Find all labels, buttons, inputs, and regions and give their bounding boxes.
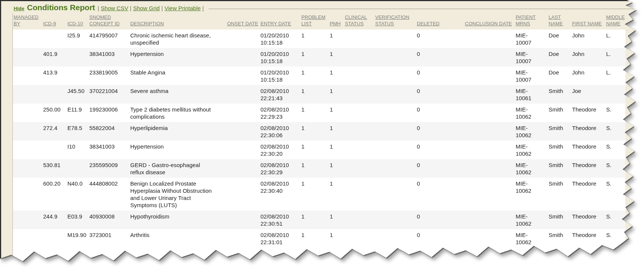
cell-patient_mrns: MIE- 10007 [515,29,548,48]
cell-deleted: 0 [416,29,464,48]
action-link-show-grid[interactable]: Show Grid [133,5,160,11]
cell-patient_mrns: MIE- 10062 [515,178,548,211]
column-header-clinical_status[interactable]: CLINICAL STATUS [344,13,374,29]
cell-onset_date [226,104,260,122]
column-header-icd10[interactable]: ICD-10 [67,13,89,29]
cell-middle_name: S. [605,104,625,122]
cell-deleted: 0 [416,48,464,67]
cell-conclusion_date [464,104,515,122]
cell-entry_date: 01/20/2010 10:15:18 [260,29,301,48]
cell-icd10: E11.9 [67,104,89,122]
cell-problem_list: 1 [301,141,329,159]
column-header-middle_name[interactable]: MIDDLE NAME [605,13,625,29]
header-rule [209,9,639,9]
cell-icd9: 272.4 [42,122,67,141]
cell-conclusion_date [464,211,515,229]
cell-onset_date [226,85,260,104]
column-header-managed_by[interactable]: MANAGED BY [13,13,42,29]
action-link-view-printable[interactable]: View Printable [164,5,201,11]
cell-problem_list: 1 [301,48,329,67]
column-header-pmh[interactable]: PMH [329,13,344,29]
cell-first_name: Theodore [571,178,605,211]
cell-description: Severe asthma [129,85,226,104]
table-row: 272.4E78.555822004Hyperlipidemia02/08/20… [13,122,625,141]
column-header-snomed_concept_id[interactable]: SNOMED CONCEPT ID [89,13,129,29]
cell-middle_name [605,85,625,104]
page-title: Conditions Report [27,3,95,12]
cell-snomed_concept_id: 233819005 [89,67,129,85]
cell-middle_name: S. [605,141,625,159]
cell-snomed_concept_id: 370221004 [89,85,129,104]
cell-snomed_concept_id: 444808002 [89,178,129,211]
cell-entry_date: 02/08/2010 22:30:40 [260,178,301,211]
separator-pipe: | [130,5,131,11]
cell-deleted: 0 [416,229,464,248]
cell-pmh: 1 [329,67,344,85]
table-row: J45.50370221004Severe asthma02/08/2010 2… [13,85,625,104]
table-row: I1038341003Hypertension02/08/2010 22:30:… [13,141,625,159]
cell-entry_date: 02/08/2010 22:30:06 [260,122,301,141]
cell-onset_date [226,48,260,67]
cell-icd9: 244.9 [42,211,67,229]
cell-icd9 [42,85,67,104]
torn-screenshot: Hide Conditions Report | Show CSV | Show… [0,0,644,268]
cell-conclusion_date [464,141,515,159]
cell-entry_date: 02/08/2010 22:30:51 [260,211,301,229]
cell-clinical_status [344,48,374,67]
cell-deleted: 0 [416,85,464,104]
cell-problem_list: 1 [301,122,329,141]
hide-link[interactable]: Hide [14,6,24,11]
cell-icd9: 413.9 [42,67,67,85]
column-header-icd9[interactable]: ICD-9 [42,13,67,29]
cell-patient_mrns: MIE- 10062 [515,211,548,229]
column-header-entry_date[interactable]: ENTRY DATE [260,13,301,29]
cell-description: Hypothyroidism [129,211,226,229]
column-header-patient_mrns[interactable]: PATIENT MRNS [515,13,548,29]
cell-clinical_status [344,67,374,85]
column-header-last_name[interactable]: LAST NAME [548,13,571,29]
cell-entry_date: 02/08/2010 22:30:29 [260,159,301,178]
cell-managed_by [13,29,42,48]
cell-onset_date [226,141,260,159]
action-link-show-csv[interactable]: Show CSV [101,5,128,11]
cell-conclusion_date [464,67,515,85]
cell-onset_date [226,211,260,229]
cell-last_name: Doe [548,67,571,85]
cell-entry_date: 01/20/2010 10:15:18 [260,48,301,67]
cell-pmh: 1 [329,48,344,67]
table-row: 600.20N40.0444808002Benign Localized Pro… [13,178,625,211]
cell-description: Arthritis [129,229,226,248]
cell-first_name: Theodore [571,122,605,141]
cell-snomed_concept_id: 40930008 [89,211,129,229]
cell-middle_name: L. [605,29,625,48]
cell-verification_status [374,178,416,211]
cell-clinical_status [344,211,374,229]
cell-icd10: E78.5 [67,122,89,141]
column-header-first_name[interactable]: FIRST NAME [571,13,605,29]
cell-first_name: Joe [571,85,605,104]
cell-icd9: 530.81 [42,159,67,178]
table-row: I25.9414795007Chronic ischemic heart dis… [13,29,625,48]
cell-snomed_concept_id: 199230006 [89,104,129,122]
cell-last_name: Smith [548,211,571,229]
cell-snomed_concept_id: 38341003 [89,48,129,67]
cell-snomed_concept_id: 3723001 [89,229,129,248]
cell-deleted: 0 [416,211,464,229]
cell-last_name: Smith [548,229,571,248]
cell-last_name: Doe [548,29,571,48]
cell-managed_by [13,141,42,159]
column-header-description[interactable]: DESCRIPTION [129,13,226,29]
column-header-conclusion_date[interactable]: CONCLUSION DATE [464,13,515,29]
cell-snomed_concept_id: 235595009 [89,159,129,178]
cell-patient_mrns: MIE- 10062 [515,229,548,248]
report-header: Hide Conditions Report | Show CSV | Show… [1,1,644,13]
column-header-verification_status[interactable]: VERIFICATION STATUS [374,13,416,29]
cell-verification_status [374,85,416,104]
column-header-problem_list[interactable]: PROBLEM LIST [301,13,329,29]
cell-icd9 [42,29,67,48]
cell-entry_date: 02/08/2010 22:29:23 [260,104,301,122]
cell-verification_status [374,229,416,248]
column-header-deleted[interactable]: DELETED [416,13,464,29]
column-header-onset_date[interactable]: ONSET DATE [226,13,260,29]
cell-pmh: 1 [329,229,344,248]
